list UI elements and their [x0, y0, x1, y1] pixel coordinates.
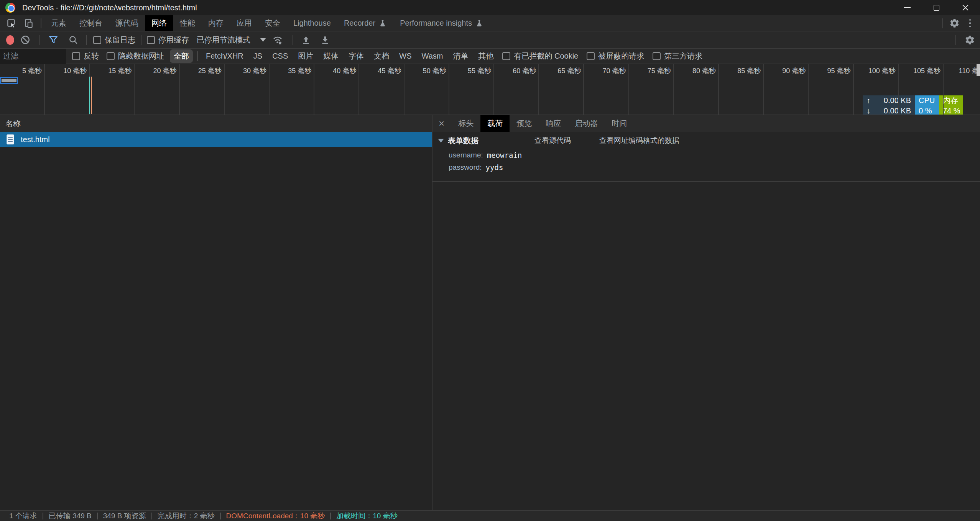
- tab-performance-insights[interactable]: Performance insights: [393, 15, 490, 31]
- separator: [942, 18, 943, 28]
- minimize-button[interactable]: [893, 0, 922, 15]
- preserve-log-checkbox[interactable]: 保留日志: [93, 35, 135, 45]
- main-tab-strip: 元素控制台源代码网络性能内存应用安全LighthouseRecorderPerf…: [44, 15, 490, 31]
- search-icon[interactable]: [63, 32, 83, 48]
- tick-label: 65 毫秒: [539, 66, 581, 75]
- filter-icon[interactable]: [43, 32, 63, 48]
- requests-table: 名称 test.html: [0, 115, 432, 510]
- window-title: DevTools - file:///D:/git/note/webstrom/…: [22, 3, 197, 12]
- filter-input[interactable]: [0, 49, 66, 64]
- filter-type-js[interactable]: JS: [250, 50, 266, 62]
- tick-label: 25 毫秒: [180, 66, 222, 75]
- tab-memory[interactable]: 内存: [202, 15, 230, 31]
- tab-label: 元素: [51, 18, 66, 28]
- load-time: 加载时间：10 毫秒: [331, 511, 403, 521]
- minimize-icon: [904, 7, 911, 8]
- filter-type-media[interactable]: 媒体: [319, 49, 342, 63]
- transferred: 已传输 349 B: [43, 511, 97, 521]
- restore-button[interactable]: [922, 0, 951, 15]
- filter-type-all[interactable]: 全部: [170, 49, 193, 63]
- filter-type-css[interactable]: CSS: [268, 50, 292, 62]
- tab-elements[interactable]: 元素: [44, 15, 73, 31]
- name-column-header[interactable]: 名称: [0, 115, 432, 132]
- download-arrow-icon: ↓: [867, 106, 870, 115]
- disclosure-triangle-icon: [438, 139, 444, 143]
- cpu-value: 0 %: [919, 106, 939, 115]
- request-bar-fill: [2, 79, 16, 82]
- tick-label: 55 毫秒: [450, 66, 491, 75]
- tab-label: Performance insights: [400, 19, 472, 28]
- param-row: password:yyds: [432, 161, 980, 174]
- hide-data-urls-checkbox[interactable]: 隐藏数据网址: [107, 51, 164, 61]
- filter-type-font[interactable]: 字体: [345, 49, 368, 63]
- tab-sources[interactable]: 源代码: [109, 15, 145, 31]
- filter-type-ws[interactable]: WS: [395, 50, 415, 62]
- tick-label: 110 毫秒: [944, 66, 980, 75]
- view-urlencoded-link[interactable]: 查看网址编码格式的数据: [599, 136, 679, 146]
- tab-recorder[interactable]: Recorder: [337, 15, 393, 31]
- detail-tab-initiator[interactable]: 启动器: [568, 115, 605, 132]
- dcl-time: DOMContentLoaded：10 毫秒: [221, 511, 331, 521]
- throttling-select[interactable]: 已停用节流模式: [197, 35, 266, 45]
- restore-icon: [934, 5, 939, 11]
- clear-icon[interactable]: [14, 32, 36, 48]
- form-data-title: 表单数据: [448, 136, 478, 146]
- detail-tab-timing[interactable]: 时间: [605, 115, 634, 132]
- form-data-header[interactable]: 表单数据 查看源代码 查看网址编码格式的数据: [432, 132, 980, 149]
- inspect-icon[interactable]: [2, 15, 20, 31]
- filter-type-manifest[interactable]: 清单: [449, 49, 472, 63]
- tick-label: 105 毫秒: [899, 66, 941, 75]
- tab-application[interactable]: 应用: [230, 15, 258, 31]
- chrome-logo-icon: [5, 3, 15, 13]
- invert-checkbox[interactable]: 反转: [72, 51, 99, 61]
- filter-type-fetch-xhr[interactable]: Fetch/XHR: [202, 50, 247, 62]
- more-menu-icon[interactable]: [963, 19, 977, 28]
- tab-network[interactable]: 网络: [145, 15, 173, 31]
- network-transfer-box: ↑ 0.00 KB ↓ 0.00 KB: [863, 95, 915, 115]
- network-filter-bar: 反转 隐藏数据网址 全部Fetch/XHRJSCSS图片媒体字体文档WSWasm…: [0, 49, 980, 64]
- checkbox-icon: [502, 52, 510, 60]
- separator: [86, 35, 87, 45]
- tick-label: 50 毫秒: [405, 66, 446, 75]
- filter-type-img[interactable]: 图片: [294, 49, 317, 63]
- network-conditions-icon[interactable]: [266, 32, 289, 48]
- record-button[interactable]: [6, 35, 14, 45]
- blocked-requests-checkbox[interactable]: 被屏蔽的请求: [587, 51, 644, 61]
- memory-label: 内存: [943, 95, 963, 106]
- tick-label: 30 毫秒: [225, 66, 266, 75]
- checkbox-icon: [587, 52, 595, 60]
- grid-line: [404, 64, 404, 115]
- filter-type-wasm[interactable]: Wasm: [418, 50, 447, 62]
- detail-tab-payload[interactable]: 载荷: [480, 115, 510, 132]
- blocked-cookies-checkbox[interactable]: 有已拦截的 Cookie: [502, 51, 578, 61]
- network-settings-icon[interactable]: [959, 32, 980, 48]
- request-overview-bar: [0, 77, 18, 84]
- filter-type-doc[interactable]: 文档: [370, 49, 393, 63]
- timeline-overview[interactable]: ↑ 0.00 KB ↓ 0.00 KB CPU 0 % 内存 74 % 5 毫秒…: [0, 64, 980, 115]
- close-details-icon[interactable]: ×: [432, 115, 451, 132]
- param-row: username:meowrain: [432, 149, 980, 161]
- import-har-icon[interactable]: [296, 32, 316, 48]
- disable-cache-checkbox[interactable]: 停用缓存: [147, 35, 189, 45]
- detail-tab-response[interactable]: 响应: [539, 115, 568, 132]
- separator: [955, 35, 956, 45]
- detail-tab-preview[interactable]: 预览: [510, 115, 539, 132]
- tab-performance[interactable]: 性能: [173, 15, 202, 31]
- export-har-icon[interactable]: [316, 32, 335, 48]
- view-source-link[interactable]: 查看源代码: [534, 136, 571, 146]
- filter-type-other[interactable]: 其他: [474, 49, 497, 63]
- settings-icon[interactable]: [946, 15, 963, 31]
- tab-console[interactable]: 控制台: [73, 15, 109, 31]
- device-toolbar-icon[interactable]: [20, 15, 38, 31]
- tab-lighthouse[interactable]: Lighthouse: [287, 15, 337, 31]
- detail-tab-headers[interactable]: 标头: [451, 115, 480, 132]
- table-row[interactable]: test.html: [0, 132, 432, 147]
- separator: [39, 35, 40, 45]
- close-button[interactable]: [951, 0, 980, 15]
- grid-line: [449, 64, 449, 115]
- payload-params: username:meowrainpassword:yyds: [432, 149, 980, 174]
- tab-security[interactable]: 安全: [258, 15, 287, 31]
- third-party-requests-checkbox[interactable]: 第三方请求: [653, 51, 702, 61]
- cpu-usage-box: CPU 0 %: [915, 95, 939, 115]
- name-header-label: 名称: [5, 118, 21, 129]
